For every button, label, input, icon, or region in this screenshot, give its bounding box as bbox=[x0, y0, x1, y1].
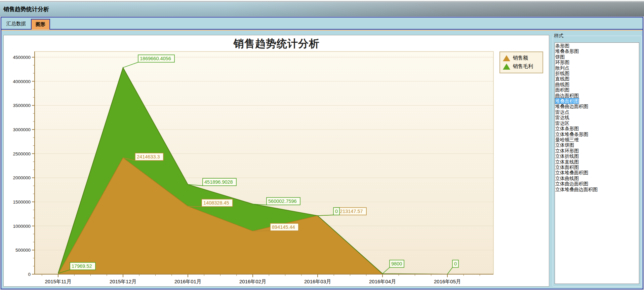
application-window: 销售趋势统计分析 汇总数据 图形 05000001000000150000020… bbox=[0, 0, 644, 290]
style-option[interactable]: 条形图 bbox=[555, 43, 569, 48]
style-option[interactable]: 散列点 bbox=[555, 65, 569, 71]
style-listbox[interactable]: 条形图堆叠条形图饼图环形图散列点折线图直线图曲线图面积图曲边面积图堆叠面积图堆叠… bbox=[555, 42, 639, 284]
style-option[interactable]: 立体堆叠曲边面积图 bbox=[555, 187, 598, 192]
style-option[interactable]: 立体直线图 bbox=[555, 159, 579, 165]
point-label-value: 1408328.45 bbox=[203, 200, 229, 206]
style-option[interactable]: 立体堆叠条形图 bbox=[555, 132, 588, 137]
main-container: 汇总数据 图形 05000001000000150000020000002500… bbox=[1, 17, 643, 289]
style-option[interactable]: 立体折线图 bbox=[555, 153, 579, 159]
style-option[interactable]: 立体条形图 bbox=[555, 126, 579, 131]
point-label-value: 451896.9028 bbox=[204, 179, 233, 185]
y-tick-label: 2000000 bbox=[13, 175, 31, 180]
legend-label: 销售毛利 bbox=[513, 63, 533, 70]
legend-triangle-icon bbox=[503, 55, 510, 61]
tab-strip: 汇总数据 图形 bbox=[1, 17, 643, 30]
style-option[interactable]: 堆叠曲边面积图 bbox=[555, 104, 588, 109]
y-tick-label: 0 bbox=[28, 272, 31, 277]
y-tick-label: 1000000 bbox=[13, 224, 31, 229]
style-option[interactable]: 立体堆叠面积图 bbox=[555, 170, 588, 175]
y-tick-label: 3500000 bbox=[13, 103, 31, 108]
style-option[interactable]: 立体面积图 bbox=[555, 165, 579, 170]
y-tick-label: 500000 bbox=[15, 248, 31, 253]
window-top-edge bbox=[0, 0, 644, 2]
point-label-value: 0 bbox=[335, 209, 338, 214]
point-label-value: 2414633.3 bbox=[137, 154, 160, 159]
x-tick-label: 2016年01月 bbox=[174, 279, 201, 284]
point-label-value: 894145.44 bbox=[272, 224, 295, 230]
point-label-value: 1213147.57 bbox=[337, 209, 363, 214]
x-tick-label: 2016年05月 bbox=[434, 279, 461, 284]
point-label-value: 560002.7596 bbox=[268, 198, 297, 204]
y-axis-ticks: 0500000100000015000002000000250000030000… bbox=[13, 55, 35, 277]
style-option[interactable]: 曲线图 bbox=[555, 82, 569, 87]
legend-triangle-icon bbox=[503, 64, 510, 70]
window-title: 销售趋势统计分析 bbox=[0, 5, 49, 13]
x-axis-ticks: 2015年11月2015年12月2016年01月2016年02月2016年03月… bbox=[42, 274, 480, 284]
x-tick-label: 2016年03月 bbox=[304, 279, 331, 284]
chart-panel: 0500000100000015000002000000250000030000… bbox=[3, 35, 549, 287]
x-tick-label: 2015年11月 bbox=[45, 279, 72, 284]
style-option[interactable]: 环形图 bbox=[555, 60, 569, 65]
point-label-value: 1869660.4056 bbox=[140, 56, 171, 61]
y-tick-label: 4000000 bbox=[13, 79, 31, 84]
legend-item: 销售额 bbox=[503, 54, 540, 62]
style-panel: 样式 条形图堆叠条形图饼图环形图散列点折线图直线图曲线图面积图曲边面积图堆叠面积… bbox=[551, 32, 643, 288]
chart-title: 销售趋势统计分析 bbox=[4, 37, 550, 51]
style-option[interactable]: 面积图 bbox=[555, 87, 569, 93]
y-tick-label: 2500000 bbox=[13, 151, 31, 156]
chart-plot: 0500000100000015000002000000250000030000… bbox=[4, 35, 550, 287]
style-option[interactable]: 立体环形图 bbox=[555, 148, 579, 153]
x-tick-label: 2015年12月 bbox=[110, 279, 136, 284]
point-label-value: 0 bbox=[454, 261, 457, 266]
style-option[interactable]: 折线图 bbox=[555, 71, 569, 76]
style-option[interactable]: 堆叠面积图 bbox=[555, 98, 579, 104]
style-option[interactable]: 立体曲边面积图 bbox=[555, 181, 588, 186]
legend-item: 销售毛利 bbox=[503, 62, 540, 71]
style-option[interactable]: 雷达区 bbox=[555, 120, 569, 126]
style-option[interactable]: 立体饼图 bbox=[555, 142, 574, 148]
chart-legend: 销售额销售毛利 bbox=[499, 51, 543, 73]
y-tick-label: 4500000 bbox=[13, 55, 31, 60]
style-option[interactable]: 堆叠条形图 bbox=[555, 48, 579, 54]
tab-graphic[interactable]: 图形 bbox=[31, 19, 50, 30]
style-option[interactable]: 直线图 bbox=[555, 76, 569, 81]
style-option[interactable]: 雷达点 bbox=[555, 109, 569, 115]
style-option[interactable]: 曼哈顿三维 bbox=[555, 137, 579, 142]
point-label-value: 9800 bbox=[391, 261, 402, 266]
style-option[interactable]: 立体曲线图 bbox=[555, 176, 579, 181]
y-tick-label: 1500000 bbox=[13, 200, 31, 205]
legend-label: 销售额 bbox=[513, 55, 528, 61]
x-tick-label: 2016年04月 bbox=[369, 279, 396, 284]
style-option[interactable]: 雷达线 bbox=[555, 115, 569, 120]
tab-summary-data[interactable]: 汇总数据 bbox=[3, 19, 29, 29]
titlebar: 销售趋势统计分析 bbox=[0, 2, 644, 16]
point-label-callout bbox=[253, 231, 270, 231]
x-tick-label: 2016年02月 bbox=[239, 279, 266, 284]
tab-page-top-edge bbox=[1, 30, 643, 31]
point-label-value: 17969.52 bbox=[72, 263, 92, 269]
point-label-callout bbox=[188, 206, 202, 207]
y-tick-label: 3000000 bbox=[13, 127, 31, 132]
style-option[interactable]: 饼图 bbox=[555, 54, 565, 60]
style-option[interactable]: 曲边面积图 bbox=[555, 93, 579, 98]
